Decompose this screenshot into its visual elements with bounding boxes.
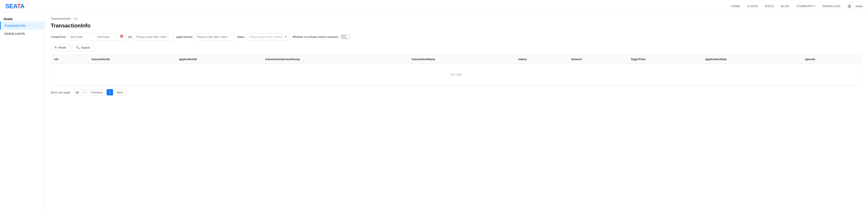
date-separator: - — [93, 35, 95, 38]
end-date-input[interactable] — [95, 33, 118, 40]
col-status: status — [515, 55, 568, 64]
nav-download[interactable]: DOWNLOAD — [823, 4, 841, 8]
transaction-table: xid transactionId applicationId transact… — [51, 55, 862, 85]
top-nav: SEATA HOME CLOUD DOCS BLOG COMMUNITY DOW… — [0, 0, 868, 12]
nav-settings-icon[interactable]: ⊞ — [846, 3, 853, 10]
status-select-wrapper: Please select filter criteria ▼ — [247, 33, 289, 41]
nav-docs[interactable]: DOCS — [765, 4, 774, 8]
no-data-row: No Data — [51, 64, 862, 85]
col-application-data: applicationData — [702, 55, 802, 64]
col-transaction-name: transactionName — [409, 55, 515, 64]
search-label: Search — [81, 46, 90, 49]
nav-blog[interactable]: BLOG — [781, 4, 789, 8]
col-operate: operate — [802, 55, 862, 64]
page-title: TransactionInfo — [51, 23, 862, 29]
logo: SEATA — [5, 3, 25, 10]
col-transaction-service-group: transactionServiceGroup — [262, 55, 409, 64]
branch-sessions-toggle-wrapper: Whether to include branch sessions — [292, 34, 350, 39]
col-application-id: applicationId — [176, 55, 262, 64]
per-page-wrapper: 10 20 50 100 ▼ — [73, 89, 86, 96]
col-timeout: timeout — [568, 55, 628, 64]
sidebar-item-global-lock-info[interactable]: GlobalLockInfo — [0, 30, 44, 38]
col-xid: xid — [51, 55, 88, 64]
next-arrow-icon: › — [124, 91, 125, 94]
next-button[interactable]: Next › — [115, 89, 127, 96]
breadcrumb-separator: / — [72, 17, 73, 20]
no-data-cell: No Data — [51, 64, 862, 85]
previous-arrow-icon: ‹ — [90, 91, 91, 94]
xid-label: xid — [128, 35, 132, 38]
application-id-input[interactable] — [194, 33, 235, 41]
next-label: Next — [117, 91, 123, 94]
pagination-bar: Items per page: 10 20 50 100 ▼ ‹ Previou… — [51, 89, 862, 96]
sidebar-item-transaction-info[interactable]: TransactionInfo — [0, 22, 44, 30]
nav-home[interactable]: HOME — [731, 4, 740, 8]
filter-bar: CreateTime - 📅 xid applicationId status … — [51, 33, 862, 41]
layout: Seata TransactionInfo GlobalLockInfo Tra… — [0, 12, 868, 210]
table-header-row: xid transactionId applicationId transact… — [51, 55, 862, 64]
main-content: TransactionInfo / list TransactionInfo C… — [44, 12, 868, 210]
xid-input[interactable] — [134, 33, 174, 41]
reset-icon: ↻ — [55, 46, 57, 49]
toggle-knob — [346, 35, 350, 39]
breadcrumb-list: list — [74, 17, 78, 20]
nav-user: seata — [856, 4, 863, 8]
search-button[interactable]: 🔍 Search — [72, 44, 94, 51]
search-icon: 🔍 — [76, 46, 80, 49]
calendar-icon[interactable]: 📅 — [118, 35, 126, 39]
breadcrumb: TransactionInfo / list — [51, 17, 862, 20]
per-page-select[interactable]: 10 20 50 100 — [73, 89, 86, 96]
create-time-label: CreateTime — [51, 35, 66, 38]
previous-button[interactable]: ‹ Previous — [87, 89, 105, 96]
nav-cloud[interactable]: CLOUD — [747, 4, 758, 8]
breadcrumb-transaction-info[interactable]: TransactionInfo — [51, 17, 70, 20]
date-range-picker[interactable]: - 📅 — [68, 33, 126, 41]
page-1-button[interactable]: 1 — [106, 89, 113, 96]
nav-links: HOME CLOUD DOCS BLOG COMMUNITY DOWNLOAD — [731, 4, 840, 8]
action-bar: ↻ Reset 🔍 Search — [51, 44, 862, 51]
application-id-label: applicationId — [176, 35, 192, 38]
start-date-input[interactable] — [68, 33, 93, 40]
table-wrapper: xid transactionId applicationId transact… — [51, 55, 862, 86]
status-select[interactable]: Please select filter criteria — [247, 33, 289, 41]
previous-label: Previous — [91, 91, 103, 94]
branch-sessions-label: Whether to include branch sessions — [292, 35, 338, 38]
per-page-label: Items per page: — [51, 91, 71, 94]
branch-sessions-toggle[interactable] — [341, 34, 350, 39]
status-label: status — [237, 35, 245, 38]
nav-community[interactable]: COMMUNITY — [797, 4, 815, 8]
sidebar-section-title: Seata — [0, 14, 44, 22]
reset-label: Reset — [59, 46, 66, 49]
col-transaction-id: transactionId — [88, 55, 176, 64]
sidebar: Seata TransactionInfo GlobalLockInfo — [0, 12, 44, 210]
reset-button[interactable]: ↻ Reset — [51, 44, 70, 51]
col-begin-time: beginTime — [628, 55, 702, 64]
